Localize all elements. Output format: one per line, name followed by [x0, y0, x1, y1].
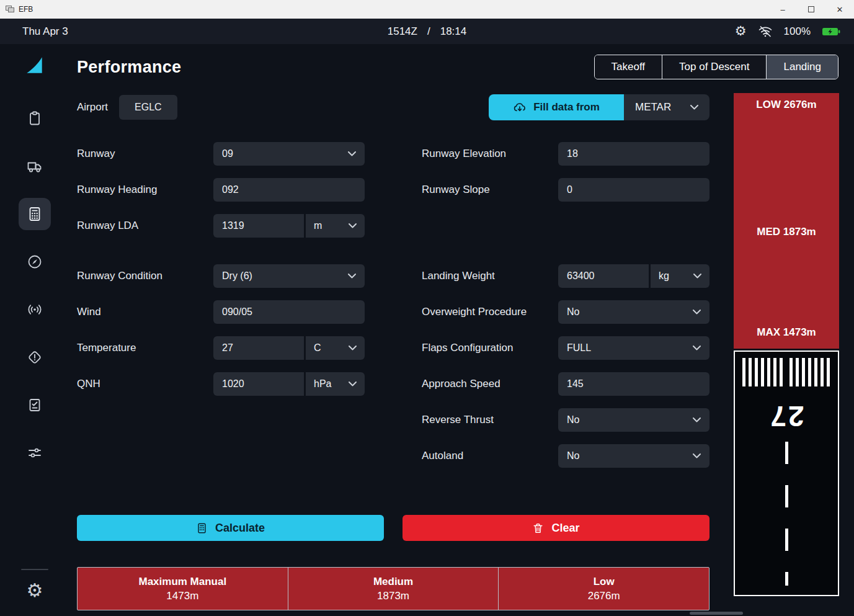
titlebar: EFB – ✕: [0, 0, 854, 19]
app-icon: [6, 6, 14, 13]
runway-condition-select[interactable]: Dry (6): [213, 264, 365, 288]
utc-time: 1514Z: [388, 25, 417, 38]
sidebar-item-radio[interactable]: [19, 293, 51, 326]
landing-weight-label: Landing Weight: [422, 270, 558, 282]
chevron-down-icon: [349, 223, 357, 228]
calculate-label: Calculate: [215, 522, 265, 535]
status-clock: 1514Z / 18:14: [388, 25, 466, 38]
overweight-procedure-select[interactable]: No: [558, 300, 709, 324]
battery-icon: [822, 27, 840, 37]
runway-heading-field: [213, 178, 365, 202]
autoland-label: Autoland: [422, 450, 558, 462]
fill-data-group: Fill data from METAR: [489, 94, 709, 120]
sidebar-item-alerts[interactable]: [19, 341, 51, 373]
runway-slope-label: Runway Slope: [422, 184, 558, 196]
performance-form: Runway 09 Runway Heading Runway LDA: [77, 142, 709, 480]
runway-slope-field: [558, 178, 709, 202]
qnh-input[interactable]: [213, 372, 304, 396]
runway-graphic: 27: [734, 350, 839, 596]
temperature-unit-select[interactable]: C: [304, 336, 365, 360]
cloud-download-icon: [513, 100, 527, 114]
clear-button[interactable]: Clear: [403, 515, 709, 541]
approach-speed-input[interactable]: [558, 372, 709, 396]
threshold-stripes: [735, 352, 838, 386]
runway-lda-unit: m: [314, 220, 322, 231]
sidebar-item-clipboard[interactable]: [19, 102, 51, 135]
runway-elevation-input[interactable]: [558, 142, 709, 166]
chevron-down-icon: [349, 346, 357, 350]
flaps-configuration-value: FULL: [567, 342, 591, 354]
sidebar-item-navigation[interactable]: [19, 246, 51, 278]
overweight-procedure-value: No: [567, 306, 579, 318]
landing-weight-input[interactable]: [558, 264, 649, 288]
sidebar-item-settings-sliders[interactable]: [19, 437, 51, 469]
app-logo-icon: [19, 50, 51, 82]
sidebar: ⚙: [0, 44, 69, 616]
minimize-button[interactable]: –: [768, 0, 797, 19]
chevron-down-icon: [693, 310, 701, 315]
wind-field: [213, 300, 365, 324]
tab-takeoff[interactable]: Takeoff: [595, 55, 662, 79]
reverse-thrust-select[interactable]: No: [558, 408, 709, 432]
autoland-value: No: [567, 450, 579, 462]
chevron-down-icon: [690, 105, 698, 110]
wind-label: Wind: [77, 306, 213, 318]
wind-input[interactable]: [213, 300, 365, 324]
statusbar: Thu Apr 3 1514Z / 18:14 ⚙ 100%: [0, 19, 854, 44]
time-separator: /: [427, 25, 430, 38]
threshold-stripe-group: [742, 358, 783, 386]
distance-mark-low: LOW 2676m: [734, 99, 839, 111]
qnh-unit: hPa: [314, 378, 331, 390]
result-value: 2676m: [588, 590, 620, 602]
close-button[interactable]: ✕: [825, 0, 854, 19]
status-date: Thu Apr 3: [0, 25, 68, 38]
fill-data-label: Fill data from: [533, 101, 600, 114]
maximize-button[interactable]: [797, 0, 825, 19]
runway-lda-input[interactable]: [213, 214, 304, 238]
distance-mark-med: MED 1873m: [734, 226, 839, 238]
landing-weight-field: kg: [558, 264, 709, 288]
sidebar-item-checklist[interactable]: [19, 389, 51, 421]
reverse-thrust-label: Reverse Thrust: [422, 414, 558, 426]
tab-landing[interactable]: Landing: [766, 55, 838, 79]
qnh-unit-select[interactable]: hPa: [304, 372, 365, 396]
runway-lda-unit-select[interactable]: m: [304, 214, 365, 238]
landing-weight-unit: kg: [659, 270, 669, 282]
runway-select[interactable]: 09: [213, 142, 365, 166]
autoland-select[interactable]: No: [558, 444, 709, 468]
chevron-down-icon: [349, 382, 357, 386]
maximize-icon: [808, 6, 814, 12]
horizontal-scrollbar-thumb[interactable]: [690, 612, 743, 615]
wifi-off-icon: [758, 24, 773, 39]
landing-weight-unit-select[interactable]: kg: [649, 264, 709, 288]
braking-distance-bar: LOW 2676m MED 1873m MAX 1473m: [734, 93, 839, 349]
fill-data-button[interactable]: Fill data from: [489, 94, 624, 120]
calculator-icon: [196, 522, 208, 534]
qnh-field: hPa: [213, 372, 365, 396]
runway-label: Runway: [77, 148, 213, 160]
reverse-thrust-value: No: [567, 414, 579, 426]
results-bar: Maximum Manual 1473m Medium 1873m Low 26…: [77, 567, 709, 610]
runway-slope-input[interactable]: [558, 178, 709, 202]
page-title: Performance: [77, 58, 181, 77]
flaps-configuration-select[interactable]: FULL: [558, 336, 709, 360]
chevron-down-icon: [348, 151, 356, 156]
chevron-down-icon: [348, 274, 356, 279]
runway-lda-field: m: [213, 214, 365, 238]
fill-source-select[interactable]: METAR: [624, 94, 709, 120]
sidebar-item-ground-ops[interactable]: [19, 150, 51, 182]
calculate-button[interactable]: Calculate: [77, 515, 384, 541]
runway-heading-input[interactable]: [213, 178, 365, 202]
temperature-input[interactable]: [213, 336, 304, 360]
chevron-down-icon: [693, 274, 701, 279]
sidebar-gear-icon[interactable]: ⚙: [27, 581, 43, 600]
tab-top-of-descent[interactable]: Top of Descent: [662, 55, 766, 79]
settings-gear-icon[interactable]: ⚙: [735, 25, 747, 38]
chevron-down-icon: [693, 417, 701, 422]
sidebar-item-performance[interactable]: [19, 198, 51, 230]
qnh-label: QNH: [77, 378, 213, 390]
runway-number: 27: [735, 400, 838, 432]
airport-label: Airport: [77, 101, 108, 114]
airport-code-button[interactable]: EGLC: [119, 95, 177, 120]
runway-visualization: LOW 2676m MED 1873m MAX 1473m 27: [734, 93, 839, 596]
